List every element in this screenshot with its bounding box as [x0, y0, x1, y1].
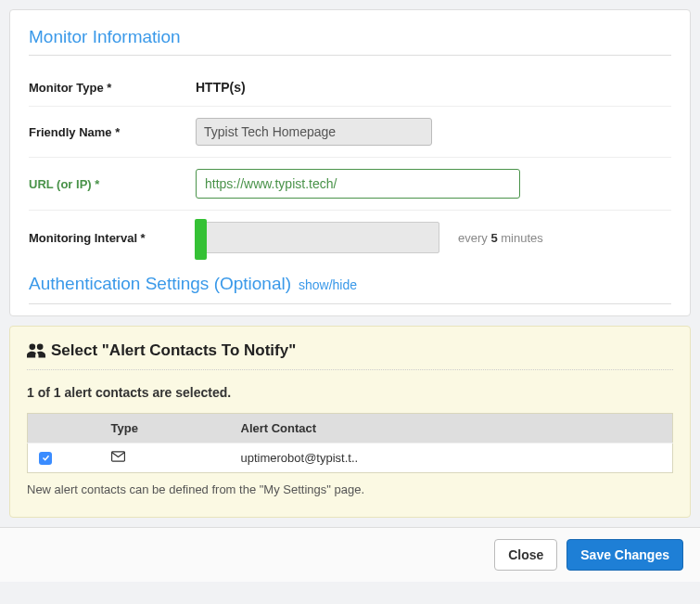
- auth-settings-row: Authentication Settings (Optional) show/…: [29, 268, 671, 304]
- friendly-name-input[interactable]: [196, 118, 432, 146]
- url-input[interactable]: [196, 169, 520, 199]
- contact-email: uptimerobot@typist.t..: [232, 443, 673, 473]
- envelope-icon: [111, 451, 125, 462]
- col-checkbox: [28, 414, 102, 443]
- users-icon: [27, 343, 45, 358]
- alert-contacts-panel: Select "Alert Contacts To Notify" 1 of 1…: [9, 326, 691, 518]
- monitor-info-title: Monitor Information: [29, 27, 671, 56]
- friendly-name-row: Friendly Name *: [29, 107, 671, 158]
- monitor-type-label: Monitor Type *: [29, 81, 196, 95]
- interval-label: Monitoring Interval *: [29, 231, 196, 245]
- interval-slider[interactable]: [196, 222, 439, 253]
- interval-row: Monitoring Interval * every 5 minutes: [29, 211, 671, 268]
- monitor-type-row: Monitor Type * HTTP(s): [29, 69, 671, 107]
- alert-title: Select "Alert Contacts To Notify": [51, 341, 296, 360]
- auth-showhide-toggle[interactable]: show/hide: [299, 277, 357, 292]
- contact-checkbox[interactable]: [39, 452, 52, 465]
- alert-contacts-table: Type Alert Contact uptimerobot@typist.t.…: [27, 413, 673, 473]
- interval-slider-handle[interactable]: [195, 219, 207, 260]
- check-icon: [42, 454, 50, 462]
- save-changes-button[interactable]: Save Changes: [566, 539, 683, 571]
- monitor-type-value: HTTP(s): [196, 80, 246, 95]
- friendly-name-label: Friendly Name *: [29, 125, 196, 139]
- col-type: Type: [102, 414, 232, 443]
- url-label: URL (or IP) *: [29, 177, 196, 191]
- interval-text: every 5 minutes: [458, 231, 543, 245]
- monitor-info-panel: Monitor Information Monitor Type * HTTP(…: [9, 9, 691, 316]
- table-row: uptimerobot@typist.t..: [28, 443, 673, 473]
- col-contact: Alert Contact: [232, 414, 673, 443]
- selected-count-text: 1 of 1 alert contacts are selected.: [27, 385, 673, 400]
- auth-settings-title: Authentication Settings (Optional): [29, 274, 291, 293]
- alert-header: Select "Alert Contacts To Notify": [27, 341, 673, 370]
- close-button[interactable]: Close: [494, 539, 557, 571]
- new-contacts-hint: New alert contacts can be defined from t…: [27, 482, 673, 496]
- footer: Close Save Changes: [0, 527, 700, 582]
- url-row: URL (or IP) *: [29, 158, 671, 211]
